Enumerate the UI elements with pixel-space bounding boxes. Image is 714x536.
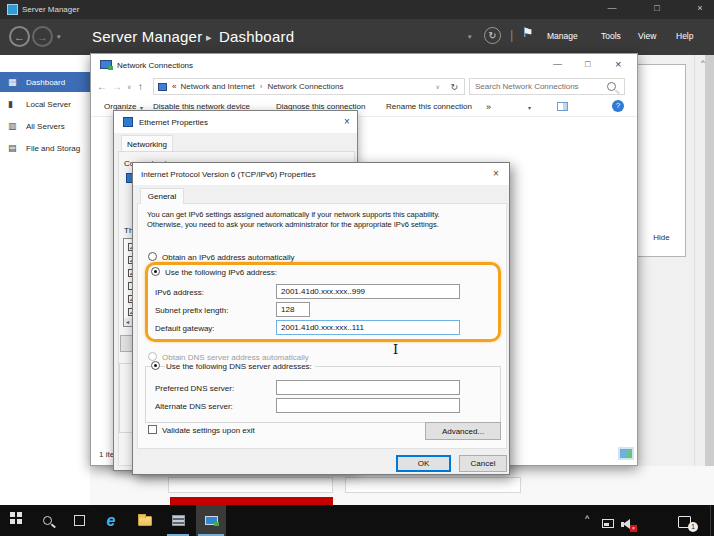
- explorer-close-button[interactable]: ×: [615, 58, 621, 70]
- menu-help[interactable]: Help: [676, 31, 693, 41]
- close-button[interactable]: ×: [690, 3, 710, 13]
- ethernet-dialog-title: Ethernet Properties: [139, 118, 208, 127]
- use-following-ipv6-radio[interactable]: [151, 267, 160, 276]
- text-cursor: I: [393, 342, 398, 357]
- breadcrumb-page: Dashboard: [219, 28, 294, 45]
- notifications-flag-icon[interactable]: ⚑: [522, 25, 534, 40]
- server-manager-header: ← → ▾ Server Manager ▸ Dashboard ▾ ↻ | ⚑…: [0, 19, 714, 55]
- forward-button[interactable]: →: [32, 26, 53, 47]
- toolbar-more-chevron[interactable]: »: [486, 102, 491, 112]
- breadcrumb-network-and-internet[interactable]: Network and Internet: [180, 82, 254, 91]
- search-icon[interactable]: [607, 82, 616, 91]
- ipv6-intro-line1: You can get IPv6 settings assigned autom…: [147, 210, 440, 219]
- dashboard-scrollbar[interactable]: ^: [694, 55, 714, 505]
- ethernet-close-icon[interactable]: ×: [344, 116, 350, 127]
- tab-networking[interactable]: Networking: [121, 135, 173, 152]
- file-storage-icon: ▤: [8, 143, 20, 153]
- refresh-icon[interactable]: ↻: [484, 27, 501, 44]
- menu-tools[interactable]: Tools: [601, 31, 621, 41]
- tray-network-icon[interactable]: [602, 519, 614, 528]
- scrollbar-thumb[interactable]: [705, 55, 714, 505]
- help-icon[interactable]: ?: [612, 100, 624, 112]
- ipv6-address-label: IPv6 address:: [155, 288, 204, 297]
- explorer-forward-icon[interactable]: →: [112, 81, 122, 92]
- task-view-icon[interactable]: [64, 505, 94, 536]
- ipv6-address-input[interactable]: 2001.41d0.xxx.xxx..999: [276, 284, 460, 299]
- dashboard-tile: Hide: [637, 64, 686, 257]
- address-refresh-icon[interactable]: ↻: [450, 82, 458, 92]
- obtain-ipv6-auto-radio[interactable]: [148, 252, 157, 261]
- notification-badge[interactable]: 1: [688, 522, 698, 532]
- address-bar[interactable]: « Network and Internet › Network Connect…: [153, 78, 465, 95]
- desktop: Server Manager — □ × ← → ▾ Server Manage…: [0, 0, 714, 536]
- refresh-caret-icon[interactable]: ▾: [468, 33, 472, 41]
- mute-x-icon: ×: [630, 525, 637, 532]
- breadcrumb-network-connections[interactable]: Network Connections: [267, 82, 343, 91]
- dashboard-tile-outline: [345, 477, 521, 493]
- obtain-dns-auto-radio: [148, 352, 157, 361]
- thumbnail-view-toggle-icon[interactable]: [620, 449, 632, 458]
- alternate-dns-input[interactable]: [276, 398, 460, 413]
- file-explorer-icon[interactable]: [130, 505, 160, 536]
- dashboard-tile-outline: [168, 477, 333, 493]
- network-connections-taskbar-icon[interactable]: [196, 505, 226, 536]
- explorer-up-icon[interactable]: ↑: [138, 81, 143, 92]
- start-button[interactable]: [0, 505, 30, 536]
- alternate-dns-label: Alternate DNS server:: [155, 402, 233, 411]
- ipv6-intro-line2: Otherwise, you need to ask your network …: [147, 220, 439, 229]
- server-manager-taskbar-icon[interactable]: [163, 505, 193, 536]
- search-placeholder: Search Network Connections: [475, 82, 579, 91]
- ipv6-close-icon[interactable]: ×: [493, 168, 499, 179]
- tab-general[interactable]: General: [140, 188, 184, 204]
- hide-link[interactable]: Hide: [638, 233, 685, 242]
- ok-button[interactable]: OK: [396, 455, 451, 472]
- nav-history-caret-icon[interactable]: ▾: [57, 33, 61, 41]
- default-gateway-input[interactable]: 2001.41d0.xxx.xxx..111: [276, 320, 460, 335]
- internet-explorer-icon[interactable]: e: [96, 505, 126, 536]
- preview-pane-icon[interactable]: [557, 102, 568, 111]
- tray-volume-muted-icon[interactable]: ×: [621, 519, 634, 530]
- search-input[interactable]: Search Network Connections: [469, 78, 625, 95]
- advanced-button[interactable]: Advanced...: [425, 422, 501, 440]
- all-servers-icon: ▥: [8, 121, 20, 131]
- window-titlebar: Server Manager — □ ×: [0, 0, 714, 19]
- minimize-button[interactable]: —: [602, 3, 622, 13]
- subnet-prefix-label: Subnet prefix length:: [155, 306, 228, 315]
- network-connections-icon: [100, 60, 112, 69]
- tray-chevron-icon[interactable]: ^: [585, 514, 589, 524]
- preferred-dns-input[interactable]: [276, 380, 460, 395]
- subnet-prefix-input[interactable]: 128: [276, 302, 310, 317]
- explorer-history-chevron-icon[interactable]: ∨: [127, 83, 131, 90]
- server-manager-app-icon: [7, 4, 18, 15]
- address-location-icon: [158, 83, 167, 91]
- scroll-left-icon[interactable]: ◂: [126, 318, 129, 325]
- explorer-maximize-button[interactable]: □: [585, 59, 590, 69]
- menu-manage[interactable]: Manage: [547, 31, 578, 41]
- preferred-dns-label: Preferred DNS server:: [155, 384, 234, 393]
- address-prefix[interactable]: «: [172, 82, 176, 91]
- taskbar-search-icon[interactable]: [32, 505, 62, 536]
- local-server-icon: ▮: [8, 99, 20, 109]
- separator: |: [510, 27, 513, 42]
- show-desktop-divider[interactable]: [710, 505, 711, 536]
- default-gateway-label: Default gateway:: [155, 324, 215, 333]
- address-dropdown-icon[interactable]: ∨: [436, 83, 440, 90]
- explorer-minimize-button[interactable]: —: [553, 59, 562, 69]
- back-button[interactable]: ←: [9, 26, 30, 47]
- taskbar: e ^ × 1: [0, 505, 714, 536]
- cancel-button[interactable]: Cancel: [459, 455, 507, 472]
- restore-button[interactable]: □: [647, 3, 667, 13]
- explorer-back-icon[interactable]: ←: [97, 81, 107, 92]
- ipv6-dialog-title: Internet Protocol Version 6 (TCP/IPv6) P…: [141, 170, 316, 179]
- view-caret-icon[interactable]: ▾: [528, 104, 531, 111]
- window-title: Server Manager: [22, 5, 79, 14]
- explorer-window-title: Network Connections: [117, 61, 193, 70]
- toolbar-rename-connection[interactable]: Rename this connection: [386, 102, 472, 111]
- use-following-dns-radio[interactable]: [151, 361, 160, 370]
- adapter-icon: [123, 117, 133, 127]
- validate-label: Validate settings upon exit: [162, 426, 255, 435]
- breadcrumb-app[interactable]: Server Manager: [92, 28, 202, 45]
- validate-checkbox[interactable]: [148, 425, 157, 434]
- menu-view[interactable]: View: [638, 31, 656, 41]
- ipv6-properties-dialog: Internet Protocol Version 6 (TCP/IPv6) P…: [132, 162, 510, 475]
